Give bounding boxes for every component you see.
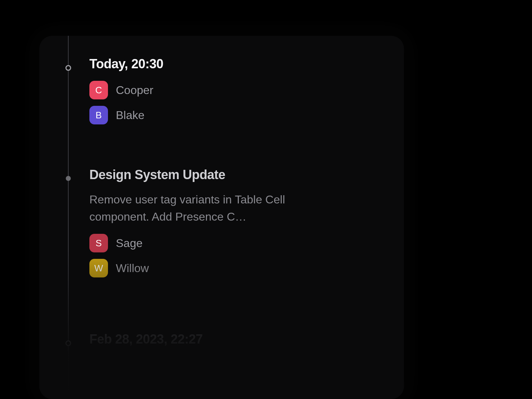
- user-row[interactable]: S Sage: [89, 234, 383, 252]
- avatar: B: [89, 106, 108, 124]
- entry-timestamp: Feb 28, 2023, 22:27: [89, 332, 383, 347]
- user-row[interactable]: C Cooper: [89, 81, 383, 99]
- avatar-initial: S: [95, 238, 102, 249]
- timeline-dot-icon: [65, 65, 71, 71]
- avatar-initial: C: [95, 85, 102, 96]
- user-name: Blake: [116, 109, 144, 122]
- user-name: Willow: [116, 262, 149, 275]
- timeline-entry[interactable]: Feb 28, 2023, 22:27: [89, 332, 383, 347]
- timeline-wrap: Today, 20:30 C Cooper B Blake Design Sys…: [39, 36, 404, 399]
- timeline-card: Today, 20:30 C Cooper B Blake Design Sys…: [39, 36, 404, 399]
- user-row[interactable]: B Blake: [89, 106, 383, 124]
- entry-body: Remove user tag variants in Table Cell c…: [89, 191, 318, 225]
- avatar-initial: B: [95, 110, 102, 121]
- user-name: Sage: [116, 237, 143, 250]
- timeline-dot-icon: [65, 340, 71, 346]
- avatar: C: [89, 81, 108, 99]
- entry-timestamp: Today, 20:30: [89, 56, 383, 72]
- avatar-initial: W: [94, 263, 103, 274]
- avatar: W: [89, 259, 108, 277]
- timeline-entry[interactable]: Design System Update Remove user tag var…: [89, 167, 383, 277]
- user-row[interactable]: W Willow: [89, 259, 383, 277]
- avatar: S: [89, 234, 108, 252]
- user-name: Cooper: [116, 84, 153, 97]
- timeline-entry[interactable]: Today, 20:30 C Cooper B Blake: [89, 56, 383, 124]
- timeline-dot-icon: [66, 176, 71, 181]
- entry-title: Design System Update: [89, 167, 383, 182]
